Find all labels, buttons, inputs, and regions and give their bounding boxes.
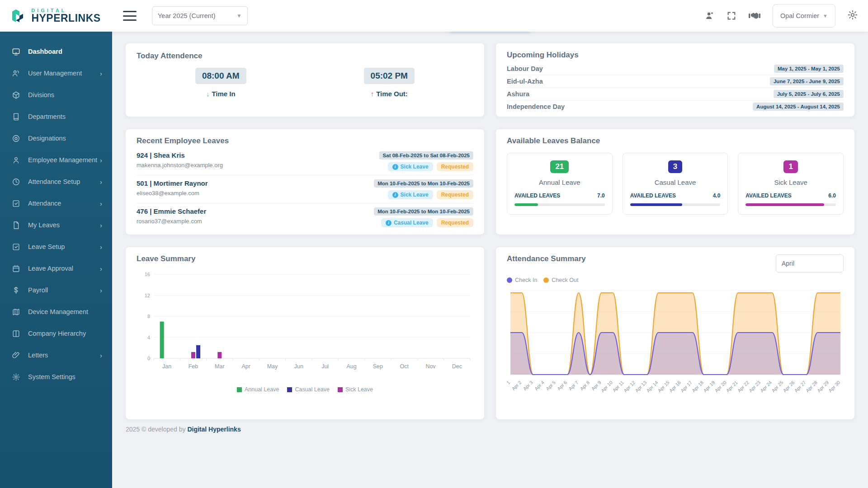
employee-name: 501 | Mortimer Raynor (137, 179, 208, 187)
menu-toggle-icon[interactable] (123, 11, 137, 21)
attendance-summary-legend: Check In Check Out (507, 277, 844, 283)
check-in-legend-dot (507, 277, 512, 283)
svg-text:Apr 22: Apr 22 (736, 380, 750, 393)
svg-text:Nov: Nov (425, 363, 436, 370)
svg-text:Apr 11: Apr 11 (611, 380, 625, 393)
sidebar-item-my-leaves[interactable]: My Leaves › (0, 214, 112, 236)
info-icon: i (392, 192, 398, 198)
app-logo[interactable]: DIGITAL HYPERLINKS (0, 8, 112, 24)
sidebar-item-user-management[interactable]: User Management › (0, 62, 112, 84)
fullscreen-icon[interactable] (726, 11, 736, 21)
leave-summary-title: Leave Summary (137, 254, 473, 263)
sidebar-item-leave-approval[interactable]: Leave Approval › (0, 258, 112, 279)
handshake-icon[interactable] (748, 11, 761, 21)
dollar-icon (12, 286, 21, 295)
svg-text:Apr 14: Apr 14 (645, 380, 659, 393)
sidebar-item-employee-management[interactable]: Employee Management › (0, 149, 112, 171)
sick-leave-balance: 1 Sick Leave AVAILED LEAVES 6.0 (738, 153, 844, 215)
leave-type-badge: iSick Leave (388, 162, 433, 171)
svg-text:May: May (267, 363, 278, 370)
availed-value: 7.0 (597, 192, 605, 199)
svg-text:Feb: Feb (189, 363, 198, 370)
time-in-value: 08:00 AM (195, 68, 246, 84)
target-icon (12, 134, 21, 143)
casual-leave-balance: 3 Casual Leave AVAILED LEAVES 4.0 (623, 153, 728, 215)
svg-text:Apr 12: Apr 12 (623, 380, 636, 393)
top-header: DIGITAL HYPERLINKS Year 2025 (Current) ▼… (0, 0, 868, 32)
year-select[interactable]: Year 2025 (Current) ▼ (152, 6, 248, 25)
sidebar-item-device-management[interactable]: Device Management (0, 301, 112, 323)
sidebar-item-system-settings[interactable]: System Settings (0, 366, 112, 388)
month-select[interactable]: April (776, 254, 844, 272)
annual-leave-legend-swatch (237, 387, 242, 392)
main-content: Leave Dashboard Today Attendence 08:00 A… (112, 0, 868, 419)
sidebar-item-attendance-setup[interactable]: Attendance Setup › (0, 171, 112, 192)
sidebar-item-divisions[interactable]: Divisions (0, 84, 112, 106)
svg-text:Apr 27: Apr 27 (793, 380, 807, 393)
chevron-down-icon: ▼ (236, 13, 242, 19)
sidebar-item-leave-setup[interactable]: Leave Setup › (0, 236, 112, 258)
profile-icon[interactable] (705, 11, 715, 21)
svg-text:Mar: Mar (215, 363, 225, 370)
leave-summary-chart: 0481216JanFebMarAprMayJunJulAugSepOctNov… (137, 268, 473, 385)
chevron-right-icon: › (100, 156, 102, 164)
svg-text:12: 12 (145, 293, 150, 298)
year-select-value: Year 2025 (Current) (158, 12, 216, 19)
svg-text:Apr 17: Apr 17 (679, 380, 693, 393)
holiday-dates-badge: August 14, 2025 - August 14, 2025 (753, 103, 844, 111)
svg-text:Oct: Oct (400, 363, 409, 370)
svg-text:Apr 2: Apr 2 (510, 380, 522, 391)
settings-gear-icon[interactable] (847, 9, 858, 22)
gear-icon (12, 372, 21, 381)
svg-text:8: 8 (147, 314, 150, 319)
svg-text:Apr 8: Apr 8 (579, 380, 590, 391)
sick-leave-count: 1 (783, 160, 797, 173)
leave-date-range-badge: Sat 08-Feb-2025 to Sat 08-Feb-2025 (379, 151, 473, 160)
calendar-icon (12, 264, 21, 273)
footer-brand-link[interactable]: Digital Hyperlinks (187, 426, 241, 433)
svg-text:Aug: Aug (346, 363, 356, 370)
check-square-icon (12, 199, 21, 208)
clock-icon (12, 177, 21, 186)
book-icon (12, 112, 21, 121)
svg-text:Apr 30: Apr 30 (827, 380, 841, 393)
user-menu[interactable]: Opal Cormier ▼ (773, 4, 835, 28)
leaves-balance-card: Available Leaves Balance 21 Annual Leave… (496, 129, 854, 235)
chevron-right-icon: › (100, 243, 102, 251)
chevron-right-icon: › (100, 221, 102, 229)
recent-leaves-card: Recent Employee Leaves 924 | Shea Kris m… (126, 129, 484, 235)
svg-text:Apr 15: Apr 15 (656, 380, 670, 393)
svg-text:Jan: Jan (162, 363, 171, 370)
sidebar-item-payroll[interactable]: Payroll › (0, 279, 112, 301)
holiday-dates-badge: June 7, 2025 - June 9, 2025 (770, 77, 844, 85)
arrow-down-icon: ↓ (206, 90, 210, 98)
casual-leave-count: 3 (668, 160, 682, 173)
svg-text:Apr 16: Apr 16 (668, 380, 682, 393)
availed-value: 4.0 (713, 192, 721, 199)
sidebar-item-company-hierarchy[interactable]: Company Hierarchy (0, 323, 112, 344)
users-icon (12, 69, 21, 78)
today-attendance-card: Today Attendence 08:00 AM ↓ Time In 05:0… (126, 43, 484, 117)
svg-text:Dec: Dec (452, 363, 462, 370)
sidebar-item-letters[interactable]: Letters › (0, 344, 112, 366)
today-attendance-title: Today Attendence (137, 52, 473, 61)
sidebar-item-dashboard[interactable]: Dashboard (0, 41, 112, 62)
holiday-row: Ashura July 5, 2025 - July 6, 2025 (507, 88, 844, 100)
employee-name: 924 | Shea Kris (137, 151, 223, 159)
sick-leave-legend-swatch (338, 387, 343, 392)
user-icon (12, 155, 21, 164)
holiday-row: Eid-ul-Azha June 7, 2025 - June 9, 2025 (507, 75, 844, 88)
sidebar-item-designations[interactable]: Designations (0, 127, 112, 149)
annual-leave-balance: 21 Annual Leave AVAILED LEAVES 7.0 (507, 153, 613, 215)
upcoming-holidays-card: Upcoming Holidays Labour Day May 1, 2025… (496, 43, 854, 117)
arrow-up-icon: ↑ (371, 90, 374, 98)
leave-row: 476 | Emmie Schaefer rosario37@example.c… (137, 203, 473, 231)
dashboard-icon (12, 47, 21, 56)
sidebar-item-attendance[interactable]: Attendance › (0, 192, 112, 214)
employee-email: makenna.johnston@example.org (137, 162, 223, 169)
svg-text:Apr 29: Apr 29 (816, 380, 830, 393)
recent-leaves-title: Recent Employee Leaves (137, 136, 473, 145)
svg-text:4: 4 (147, 335, 150, 340)
sidebar-item-departments[interactable]: Departments (0, 106, 112, 127)
employee-email: eliseo38@example.com (137, 190, 208, 197)
